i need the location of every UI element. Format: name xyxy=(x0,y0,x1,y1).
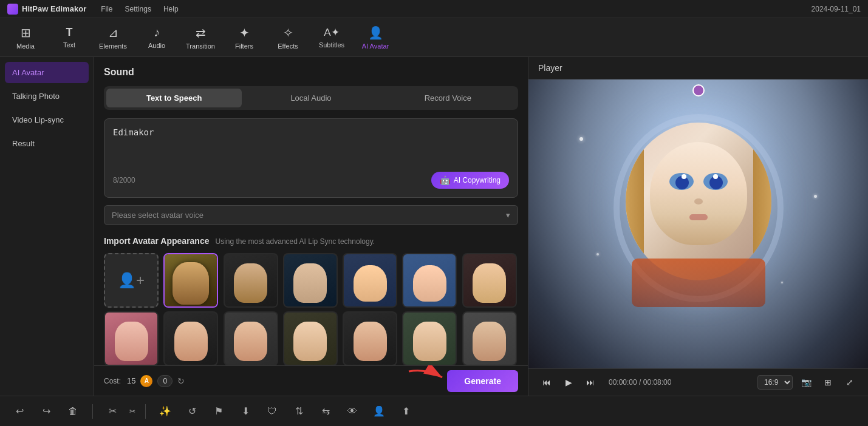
cost-label: Cost: xyxy=(104,377,121,385)
avatar-item-12[interactable] xyxy=(402,311,457,366)
avatar-add-new[interactable]: 👤+ xyxy=(104,253,159,308)
content-panel: Sound Text to Speech Local Audio Record … xyxy=(94,57,528,396)
generate-button[interactable]: Generate xyxy=(447,370,518,392)
flag-button[interactable]: ⚑ xyxy=(209,402,228,421)
ratio-select[interactable]: 16:9 9:16 1:1 4:3 xyxy=(757,375,793,390)
toolbar-transition-label: Transition xyxy=(186,42,215,50)
toolbar-elements[interactable]: ⊿ Elements xyxy=(92,21,134,54)
redo-button[interactable]: ↪ xyxy=(36,402,56,421)
toolbar-audio-label: Audio xyxy=(148,42,165,49)
ai-avatar-icon: 👤 xyxy=(368,25,383,40)
divider-2 xyxy=(145,404,146,419)
loop-button[interactable]: ↺ xyxy=(182,402,202,421)
avatar-item-6[interactable] xyxy=(462,253,517,308)
top-bar: HitPaw Edimakor File Settings Help 2024-… xyxy=(0,0,868,18)
avatar-grid: 👤+ xyxy=(104,253,518,308)
app-logo-icon xyxy=(7,4,18,15)
cost-bar: Cost: 15 A 0 ↻ xyxy=(104,375,185,387)
toolbar-ai-avatar-label: AI Avatar xyxy=(362,42,389,50)
toolbar-effects-label: Effects xyxy=(278,42,298,50)
toolbar-media-label: Media xyxy=(16,42,35,50)
avatar-item-11[interactable] xyxy=(343,311,397,366)
filters-icon: ✦ xyxy=(239,25,250,40)
grid-button[interactable]: ⊞ xyxy=(819,374,836,391)
menu-settings[interactable]: Settings xyxy=(125,5,151,13)
person-button[interactable]: 👤 xyxy=(369,402,389,421)
avatar-item-8[interactable] xyxy=(163,311,218,366)
panel-title: Sound xyxy=(104,67,518,78)
coin-icon: A xyxy=(140,375,152,387)
toolbar-media[interactable]: ⊞ Media xyxy=(5,21,46,54)
toolbar-filters[interactable]: ✦ Filters xyxy=(224,21,265,54)
toolbar-subtitles[interactable]: A✦ Subtitles xyxy=(311,21,352,54)
player-controls: ⏮ ▶ ⏭ 00:00:00 / 00:08:00 16:9 9:16 1:1 … xyxy=(528,368,868,396)
subtitles-icon: A✦ xyxy=(324,26,339,39)
shield-button[interactable]: 🛡 xyxy=(262,402,282,421)
avatar-item-13[interactable] xyxy=(462,311,517,366)
avatar-item-7[interactable] xyxy=(104,311,159,366)
text-area-footer: 8/2000 🤖 AI Copywriting xyxy=(113,172,509,189)
audio-sync-button[interactable]: ⇅ xyxy=(289,402,309,421)
toolbar-text[interactable]: T Text xyxy=(49,21,90,54)
player-panel: Player xyxy=(528,57,868,396)
sidebar-item-ai-avatar[interactable]: AI Avatar xyxy=(5,62,89,83)
refresh-icon[interactable]: ↻ xyxy=(177,376,185,386)
menu-help[interactable]: Help xyxy=(163,5,179,13)
split-button[interactable]: ✂ xyxy=(129,407,135,416)
toolbar-transition[interactable]: ⇄ Transition xyxy=(180,21,221,54)
sidebar-item-video-lip-sync[interactable]: Video Lip-sync xyxy=(5,109,89,130)
toolbar-subtitles-label: Subtitles xyxy=(319,41,344,49)
transition-icon: ⇄ xyxy=(196,25,206,40)
divider-1 xyxy=(92,404,93,419)
fullscreen-button[interactable]: ⤢ xyxy=(841,374,858,391)
avatar-item-3[interactable] xyxy=(283,253,338,308)
menu-file[interactable]: File xyxy=(101,5,112,13)
ai-copywriting-button[interactable]: 🤖 AI Copywriting xyxy=(431,172,509,189)
import-avatar-subtitle: Using the most advanced AI Lip Sync tech… xyxy=(216,237,375,246)
time-display: 00:00:00 / 00:08:00 xyxy=(609,378,671,387)
sidebar-item-talking-photo[interactable]: Talking Photo xyxy=(5,86,89,107)
toolbar-effects[interactable]: ✧ Effects xyxy=(267,21,309,54)
upload-button[interactable]: ⬆ xyxy=(396,402,415,421)
toolbar-filters-label: Filters xyxy=(235,42,253,50)
effects-icon: ✧ xyxy=(283,25,293,40)
elements-icon: ⊿ xyxy=(108,25,118,40)
audio-icon: ♪ xyxy=(154,25,160,39)
main-toolbar: ⊞ Media T Text ⊿ Elements ♪ Audio ⇄ Tran… xyxy=(0,18,868,57)
swap-button[interactable]: ⇆ xyxy=(316,402,335,421)
toolbar-ai-avatar[interactable]: 👤 AI Avatar xyxy=(355,21,396,54)
sidebar-item-result[interactable]: Result xyxy=(5,133,89,154)
caption-button[interactable]: 👁 xyxy=(343,402,362,421)
cost-generate-bar: Cost: 15 A 0 ↻ Generate xyxy=(94,365,528,396)
tab-local-audio[interactable]: Local Audio xyxy=(243,89,378,107)
avatar-item-4[interactable] xyxy=(343,253,397,308)
play-button[interactable]: ▶ xyxy=(560,374,577,391)
bottom-toolbar: ↩ ↪ 🗑 ✂ ✂ ✨ ↺ ⚑ ⬇ 🛡 ⇅ ⇆ 👁 👤 ⬆ xyxy=(0,396,868,426)
text-input-area[interactable]: Edimakor xyxy=(113,127,509,152)
sparkle-button[interactable]: ✨ xyxy=(155,402,175,421)
ai-copy-icon: 🤖 xyxy=(440,175,450,185)
avatar-item-2[interactable] xyxy=(224,253,278,308)
avatar-item-1[interactable] xyxy=(163,253,218,308)
record-button xyxy=(692,84,705,96)
avatar-item-10[interactable] xyxy=(283,311,338,366)
tab-record-voice[interactable]: Record Voice xyxy=(380,89,516,107)
skip-forward-button[interactable]: ⏭ xyxy=(582,374,599,391)
delete-button[interactable]: 🗑 xyxy=(63,402,83,421)
screenshot-button[interactable]: 📷 xyxy=(798,374,815,391)
avatar-item-9[interactable] xyxy=(224,311,278,366)
text-input-box: Edimakor 8/2000 🤖 AI Copywriting xyxy=(104,118,518,198)
cut-icon: ✂ xyxy=(103,402,122,421)
download-button[interactable]: ⬇ xyxy=(236,402,255,421)
avatar-grid-row2 xyxy=(104,311,518,366)
app-name: HitPaw Edimakor xyxy=(22,4,86,13)
add-avatar-icon: 👤+ xyxy=(118,272,145,289)
tab-text-to-speech[interactable]: Text to Speech xyxy=(106,89,242,107)
app-logo: HitPaw Edimakor xyxy=(7,4,86,15)
avatar-item-5[interactable] xyxy=(402,253,457,308)
toolbar-audio[interactable]: ♪ Audio xyxy=(136,21,177,54)
menu-bar: File Settings Help xyxy=(101,5,178,13)
skip-back-button[interactable]: ⏮ xyxy=(538,374,555,391)
undo-button[interactable]: ↩ xyxy=(10,402,29,421)
voice-select-dropdown[interactable]: Please select avatar voice ▾ xyxy=(104,205,518,225)
